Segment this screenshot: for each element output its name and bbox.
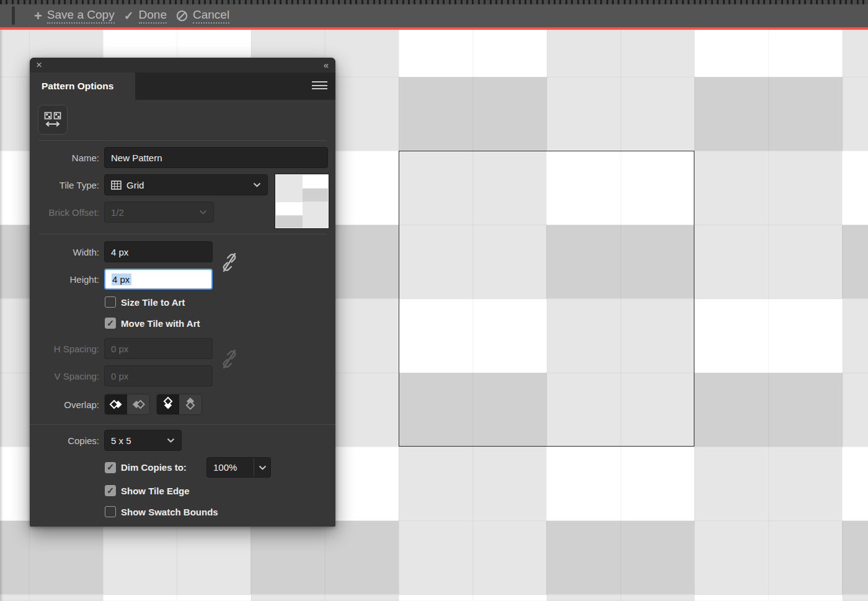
name-row: Name: New Pattern bbox=[30, 147, 335, 168]
v-spacing-label: V Spacing: bbox=[30, 365, 99, 386]
overlap-horizontal-group bbox=[104, 394, 150, 415]
pattern-edit-toolbar: + Save a Copy ✓ Done Cancel bbox=[0, 4, 868, 27]
brick-offset-row: Brick Offset: 1/2 bbox=[30, 202, 335, 223]
plus-icon: + bbox=[34, 9, 42, 23]
overlap-vertical-group bbox=[156, 394, 202, 415]
chevron-down-icon bbox=[167, 438, 175, 443]
move-tile-with-art-row: ✓ Move Tile with Art bbox=[30, 317, 335, 329]
panel-title: Pattern Options bbox=[42, 81, 113, 92]
name-value: New Pattern bbox=[111, 153, 162, 163]
overlap-top-in-front-button[interactable] bbox=[157, 394, 179, 414]
divider bbox=[38, 140, 327, 141]
tile-type-dropdown[interactable]: Grid bbox=[104, 174, 268, 195]
h-spacing-value: 0 px bbox=[111, 344, 128, 354]
divider bbox=[38, 234, 327, 234]
edit-mode-accent-line bbox=[0, 27, 868, 30]
show-tile-edge-label: Show Tile Edge bbox=[121, 486, 190, 496]
height-row: Height: 4 px bbox=[30, 269, 335, 290]
copies-dropdown[interactable]: 5 x 5 bbox=[104, 430, 182, 451]
dim-copies-row: ✓ Dim Copies to: 100% bbox=[30, 457, 335, 478]
size-tile-to-art-checkbox[interactable]: ✓ bbox=[105, 296, 116, 308]
toolbar-grip-handle bbox=[12, 6, 15, 25]
move-tile-with-art-label: Move Tile with Art bbox=[121, 318, 200, 329]
checkmark-icon: ✓ bbox=[107, 319, 114, 328]
collapse-panel-icon[interactable]: « bbox=[324, 58, 328, 72]
done-label: Done bbox=[139, 8, 167, 24]
dim-copies-dropdown[interactable]: 100% bbox=[206, 457, 271, 478]
checkmark-icon: ✓ bbox=[107, 463, 114, 472]
dropdown-split bbox=[254, 458, 270, 477]
horizontal-ruler bbox=[0, 0, 868, 4]
size-tile-to-art-label: Size Tile to Art bbox=[121, 297, 185, 308]
copies-label: Copies: bbox=[30, 430, 99, 451]
overlap-bottom-in-front-button[interactable] bbox=[179, 394, 202, 414]
width-label: Width: bbox=[30, 241, 99, 262]
height-value-selected: 4 px bbox=[112, 274, 131, 285]
h-spacing-label: H Spacing: bbox=[30, 338, 99, 359]
height-label: Height: bbox=[30, 269, 99, 290]
v-spacing-input: 0 px bbox=[104, 365, 213, 386]
width-value: 4 px bbox=[111, 247, 128, 257]
left-in-front-icon bbox=[108, 398, 125, 411]
move-tile-with-art-checkbox[interactable]: ✓ bbox=[105, 318, 116, 329]
top-in-front-icon bbox=[161, 396, 175, 412]
panel-menu-icon[interactable] bbox=[312, 81, 327, 91]
pattern-options-panel: × « Pattern Options Name: New Pattern bbox=[30, 58, 335, 527]
save-a-copy-button[interactable]: + Save a Copy bbox=[34, 8, 115, 24]
tile-type-value: Grid bbox=[126, 180, 144, 190]
v-spacing-row: V Spacing: 0 px bbox=[30, 365, 335, 386]
h-spacing-input: 0 px bbox=[104, 338, 213, 359]
h-spacing-row: H Spacing: 0 px bbox=[30, 338, 335, 359]
overlap-label: Overlap: bbox=[30, 394, 99, 415]
panel-tab-row: Pattern Options bbox=[30, 73, 335, 100]
unlink-spacing-icon-disabled bbox=[219, 345, 239, 373]
checkmark-icon: ✓ bbox=[124, 10, 134, 22]
pattern-tile-tool-icon bbox=[43, 111, 63, 128]
show-swatch-bounds-checkbox[interactable]: ✓ bbox=[105, 506, 116, 517]
overlap-row: Overlap: bbox=[30, 394, 335, 415]
width-input[interactable]: 4 px bbox=[104, 241, 213, 262]
copies-value: 5 x 5 bbox=[111, 435, 131, 446]
unlink-dimensions-icon[interactable] bbox=[219, 249, 239, 276]
pattern-tile-tool-button[interactable] bbox=[38, 105, 68, 135]
width-row: Width: 4 px bbox=[30, 241, 335, 262]
name-input[interactable]: New Pattern bbox=[104, 147, 328, 168]
overlap-right-in-front-button[interactable] bbox=[127, 394, 149, 414]
dim-copies-label: Dim Copies to: bbox=[121, 462, 187, 473]
done-button[interactable]: ✓ Done bbox=[124, 8, 167, 24]
chevron-down-icon bbox=[199, 210, 207, 215]
grid-tile-icon bbox=[111, 180, 122, 190]
divider bbox=[30, 424, 335, 425]
cancel-prohibition-icon bbox=[176, 10, 188, 22]
cancel-label: Cancel bbox=[193, 8, 229, 24]
panel-header-strip: × « bbox=[30, 58, 335, 73]
height-input[interactable]: 4 px bbox=[104, 269, 213, 290]
tile-type-label: Tile Type: bbox=[30, 174, 99, 195]
save-a-copy-label: Save a Copy bbox=[47, 8, 115, 24]
show-tile-edge-checkbox[interactable]: ✓ bbox=[105, 485, 116, 496]
chevron-down-icon bbox=[253, 182, 261, 187]
dim-copies-value: 100% bbox=[213, 462, 237, 473]
chevron-down-icon bbox=[259, 465, 267, 470]
close-icon[interactable]: × bbox=[36, 58, 42, 72]
size-tile-to-art-row: ✓ Size Tile to Art bbox=[30, 296, 335, 308]
checkmark-icon: ✓ bbox=[107, 486, 114, 496]
show-swatch-bounds-row: ✓ Show Swatch Bounds bbox=[30, 505, 335, 518]
v-spacing-value: 0 px bbox=[111, 371, 128, 381]
name-label: Name: bbox=[30, 147, 99, 168]
overlap-left-in-front-button[interactable] bbox=[105, 394, 127, 414]
tab-pattern-options[interactable]: Pattern Options bbox=[30, 73, 135, 100]
pattern-edit-bar: + Save a Copy ✓ Done Cancel bbox=[0, 0, 868, 30]
brick-offset-label: Brick Offset: bbox=[30, 202, 99, 223]
show-swatch-bounds-label: Show Swatch Bounds bbox=[121, 507, 218, 517]
bottom-in-front-icon bbox=[183, 396, 198, 412]
brick-offset-dropdown: 1/2 bbox=[104, 202, 214, 223]
right-in-front-icon bbox=[130, 398, 147, 411]
pattern-tile-edge bbox=[399, 151, 694, 447]
brick-offset-value: 1/2 bbox=[111, 207, 124, 218]
show-tile-edge-row: ✓ Show Tile Edge bbox=[30, 484, 335, 497]
copies-row: Copies: 5 x 5 bbox=[30, 430, 335, 451]
dim-copies-checkbox[interactable]: ✓ bbox=[105, 462, 116, 473]
cancel-button[interactable]: Cancel bbox=[176, 8, 229, 24]
